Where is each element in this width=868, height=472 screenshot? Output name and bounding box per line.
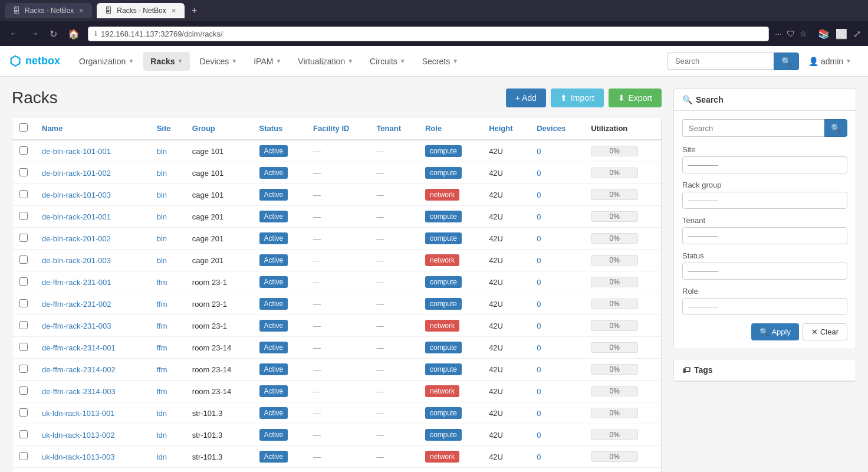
site-link[interactable]: bln [157,234,167,243]
sidebar-search-input[interactable] [682,119,824,137]
row-checkbox-cell[interactable] [12,402,35,424]
row-checkbox[interactable] [19,277,28,286]
row-checkbox[interactable] [19,212,28,220]
nav-virtualization[interactable]: Virtualization ▼ [291,52,360,71]
site-link[interactable]: ffm [157,300,167,309]
site-link[interactable]: ldn [157,409,167,418]
site-link[interactable]: ldn [157,453,167,461]
devices-link[interactable]: 0 [537,256,541,265]
row-checkbox-cell[interactable] [12,381,35,402]
fullscreen-icon[interactable]: ⤢ [853,28,861,40]
nav-user[interactable]: 👤 admin ▼ [801,52,859,71]
col-facility-id[interactable]: Facility ID [306,117,369,140]
devices-link[interactable]: 0 [537,431,541,440]
export-button[interactable]: ⬇ Export [609,88,662,107]
site-link[interactable]: ffm [157,387,167,396]
devices-link[interactable]: 0 [537,212,541,221]
col-group[interactable]: Group [185,117,252,140]
select-all-column[interactable] [12,117,35,140]
rack-link[interactable]: de-bln-rack-101-001 [42,147,111,156]
rack-link[interactable]: de-ffm-rack-231-002 [42,300,111,309]
filter-role-select[interactable]: ———— [682,298,847,315]
nav-devices[interactable]: Devices ▼ [192,52,244,71]
row-checkbox[interactable] [19,299,28,307]
navbar-search-button[interactable]: 🔍 [774,53,799,70]
home-button[interactable]: 🏠 [65,26,82,42]
row-checkbox-cell[interactable] [12,468,35,473]
add-button[interactable]: + Add [506,88,546,107]
filter-tenant-select[interactable]: ———— [682,227,847,244]
site-link[interactable]: bln [157,147,167,156]
row-checkbox[interactable] [19,168,28,176]
devices-link[interactable]: 0 [537,191,541,199]
row-checkbox-cell[interactable] [12,337,35,359]
col-tenant[interactable]: Tenant [369,117,418,140]
apply-button[interactable]: 🔍 Apply [751,323,799,340]
row-checkbox[interactable] [19,452,28,460]
rack-link[interactable]: de-bln-rack-101-002 [42,169,111,178]
row-checkbox-cell[interactable] [12,140,35,162]
rack-link[interactable]: de-bln-rack-201-003 [42,256,111,265]
site-link[interactable]: ffm [157,278,167,287]
row-checkbox[interactable] [19,430,28,438]
rack-link[interactable]: de-bln-rack-101-003 [42,191,111,199]
site-link[interactable]: ffm [157,343,167,352]
row-checkbox-cell[interactable] [12,315,35,337]
rack-link[interactable]: de-ffm-rack-2314-003 [42,387,116,396]
rack-link[interactable]: de-bln-rack-201-001 [42,212,111,221]
reload-button[interactable]: ↻ [47,26,60,42]
filter-rack-group-select[interactable]: ———— [682,192,847,209]
row-checkbox[interactable] [19,408,28,417]
sidebar-toggle-icon[interactable]: ⬜ [836,28,847,40]
row-checkbox[interactable] [19,234,28,242]
col-role[interactable]: Role [418,117,482,140]
rack-link[interactable]: de-ffm-rack-2314-002 [42,365,116,374]
bookmarks-icon[interactable]: 📚 [818,28,830,40]
row-checkbox[interactable] [19,365,28,373]
devices-link[interactable]: 0 [537,234,541,243]
rack-link[interactable]: de-ffm-rack-231-003 [42,322,111,330]
row-checkbox-cell[interactable] [12,424,35,446]
navbar-search-input[interactable] [668,53,774,70]
nav-organization[interactable]: Organization ▼ [72,52,141,71]
import-button[interactable]: ⬆ Import [551,88,604,107]
row-checkbox-cell[interactable] [12,359,35,381]
col-devices[interactable]: Devices [530,117,584,140]
nav-secrets[interactable]: Secrets ▼ [415,52,465,71]
browser-tab-1[interactable]: 🗄 Racks - NetBox ✕ [5,3,92,18]
nav-racks[interactable]: Racks ▼ [143,52,190,71]
row-checkbox[interactable] [19,190,28,198]
devices-link[interactable]: 0 [537,300,541,309]
rack-link[interactable]: uk-ldn-rack-1013-001 [42,409,115,418]
browser-tab-2[interactable]: 🗄 Racks - NetBox ✕ [97,3,184,18]
nav-ipam[interactable]: IPAM ▼ [246,52,288,71]
col-height[interactable]: Height [482,117,530,140]
select-all-checkbox[interactable] [19,123,28,132]
devices-link[interactable]: 0 [537,322,541,330]
col-site[interactable]: Site [150,117,185,140]
address-input-field[interactable]: ℹ 192.168.141.137:32769/dcim/racks/ [88,27,769,41]
rack-link[interactable]: de-ffm-rack-231-001 [42,278,111,287]
navbar-brand[interactable]: ⬡ netbox [9,54,60,69]
col-name[interactable]: Name [35,117,150,140]
row-checkbox-cell[interactable] [12,250,35,271]
tab2-close[interactable]: ✕ [171,7,176,15]
devices-link[interactable]: 0 [537,409,541,418]
filter-site-select[interactable]: ———— [682,156,847,173]
rack-link[interactable]: de-bln-rack-201-002 [42,234,111,243]
sidebar-search-button[interactable]: 🔍 [824,119,847,137]
back-button[interactable]: ← [7,26,21,41]
row-checkbox[interactable] [19,255,28,264]
devices-link[interactable]: 0 [537,453,541,461]
col-utilization[interactable]: Utilization [584,117,661,140]
site-link[interactable]: bln [157,256,167,265]
row-checkbox[interactable] [19,386,28,395]
site-link[interactable]: ffm [157,365,167,374]
bookmark-icon[interactable]: ☆ [800,29,807,38]
site-link[interactable]: ldn [157,431,167,440]
site-link[interactable]: ffm [157,322,167,330]
rack-link[interactable]: uk-ldn-rack-1013-003 [42,453,115,461]
nav-circuits[interactable]: Circuits ▼ [363,52,413,71]
row-checkbox-cell[interactable] [12,228,35,250]
site-link[interactable]: bln [157,212,167,221]
